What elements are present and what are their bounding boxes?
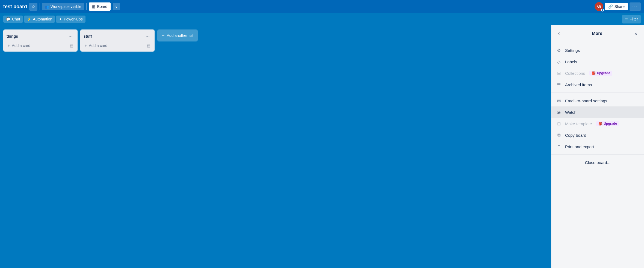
collections-item[interactable]: ⊞ Collections 🎒 Upgrade	[551, 67, 644, 79]
more-panel-header: More	[551, 25, 644, 42]
collections-upgrade-badge: 🎒 Upgrade	[589, 71, 612, 76]
chat-icon	[6, 17, 10, 21]
watch-item[interactable]: ◉ Watch	[551, 106, 644, 118]
star-icon	[31, 4, 35, 9]
sub-header: Chat Automation Power-Ups Filter	[0, 13, 644, 25]
power-ups-icon	[59, 17, 62, 21]
add-card-stuff-button[interactable]: + Add a card ▤	[82, 42, 152, 49]
copy-board-item[interactable]: ⧉ Copy board	[551, 129, 644, 141]
copy-icon: ⧉	[556, 132, 562, 138]
gear-icon: ⚙	[556, 47, 562, 53]
plus-icon: +	[8, 43, 10, 48]
add-card-things-button[interactable]: + Add a card ▤	[5, 42, 75, 49]
main: things ··· + Add a card ▤ stuff ···	[0, 25, 644, 268]
make-template-item[interactable]: ⊟ Make template 🎒 Upgrade	[551, 118, 644, 129]
settings-label: Settings	[565, 48, 580, 53]
collections-upgrade-label: Upgrade	[597, 71, 610, 75]
more-button[interactable]: ···	[630, 2, 641, 11]
board-icon	[92, 4, 96, 9]
board-label: Board	[97, 4, 107, 9]
add-card-things-label: + Add a card	[8, 43, 30, 48]
template-upgrade-bag-icon: 🎒	[598, 122, 602, 126]
header-divider-2	[86, 3, 87, 10]
make-template-label: Make template	[565, 121, 592, 126]
print-export-label: Print and export	[565, 144, 594, 149]
list-stuff-menu-button[interactable]: ···	[144, 33, 151, 40]
more-panel: More ⚙ Settings ◇ Labels ⊞	[551, 25, 644, 268]
header: test board Workspace visible Board AR 🔗 …	[0, 0, 644, 13]
watch-label: Watch	[565, 110, 577, 115]
archived-items-label: Archived items	[565, 82, 592, 87]
app: test board Workspace visible Board AR 🔗 …	[0, 0, 644, 268]
list-things: things ··· + Add a card ▤	[3, 29, 78, 52]
close-icon	[634, 31, 637, 37]
list-stuff: stuff ··· + Add a card ▤	[80, 29, 155, 52]
labels-item[interactable]: ◇ Labels	[551, 56, 644, 67]
list-things-header: things ···	[5, 32, 75, 42]
workspace-visible-label: Workspace visible	[51, 4, 81, 9]
watch-icon: ◉	[556, 109, 562, 115]
add-list-label: Add another list	[167, 33, 193, 38]
avatar: AR	[595, 2, 603, 11]
email-to-board-item[interactable]: ✉ Email-to-board settings	[551, 95, 644, 106]
panel-divider-1	[551, 93, 644, 93]
add-card-stuff-label: + Add a card	[85, 43, 107, 48]
panel-divider-2	[551, 154, 644, 155]
chat-button[interactable]: Chat	[3, 16, 23, 23]
archive-icon: ☰	[556, 82, 562, 88]
board-view-button[interactable]: Board	[89, 2, 111, 11]
list-stuff-header: stuff ···	[82, 32, 152, 42]
email-to-board-label: Email-to-board settings	[565, 99, 607, 103]
chevron-down-icon	[115, 4, 118, 9]
automation-icon	[27, 17, 31, 21]
header-right: AR 🔗 Share ···	[595, 2, 641, 11]
avatar-initials: AR	[597, 5, 601, 8]
collection-icon: ⊞	[556, 70, 562, 76]
close-board-label: Close board...	[585, 160, 610, 165]
settings-item[interactable]: ⚙ Settings	[551, 44, 644, 56]
list-things-menu-button[interactable]: ···	[67, 33, 74, 40]
email-icon: ✉	[556, 98, 562, 104]
star-button[interactable]	[29, 3, 37, 11]
filter-icon	[625, 16, 628, 22]
workspace-visible-button[interactable]: Workspace visible	[42, 3, 84, 10]
labels-label: Labels	[565, 59, 577, 64]
print-export-item[interactable]: ⇡ Print and export	[551, 141, 644, 152]
add-list-button[interactable]: + Add another list	[157, 29, 198, 41]
more-panel-close-button[interactable]	[632, 30, 640, 38]
share-icon: 🔗	[608, 4, 613, 9]
power-ups-label: Power-Ups	[64, 17, 82, 21]
filter-button[interactable]: Filter	[622, 15, 641, 23]
automation-button[interactable]: Automation	[24, 16, 55, 23]
avatar-notification	[601, 9, 604, 11]
card-template-icon-2: ▤	[147, 44, 150, 48]
print-icon: ⇡	[556, 144, 562, 150]
chat-label: Chat	[12, 17, 20, 21]
close-board-item[interactable]: Close board...	[551, 157, 644, 168]
automation-label: Automation	[33, 17, 52, 21]
chevron-left-icon	[558, 30, 560, 37]
template-upgrade-label: Upgrade	[604, 122, 617, 126]
list-things-title: things	[7, 34, 18, 38]
list-stuff-title: stuff	[84, 34, 92, 38]
board-expand-button[interactable]	[113, 3, 120, 10]
plus-icon-2: +	[85, 43, 87, 48]
share-button[interactable]: 🔗 Share	[605, 3, 628, 10]
share-label: Share	[615, 4, 625, 9]
filter-label: Filter	[630, 17, 638, 21]
upgrade-bag-icon: 🎒	[592, 71, 596, 75]
board-title: test board	[3, 4, 27, 10]
power-ups-button[interactable]: Power-Ups	[56, 16, 85, 23]
header-divider	[40, 3, 40, 10]
collections-label: Collections	[565, 71, 585, 76]
more-panel-back-button[interactable]	[556, 29, 562, 38]
tag-icon: ◇	[556, 59, 562, 65]
card-template-icon: ▤	[70, 44, 73, 48]
more-dots-icon: ···	[632, 4, 638, 10]
more-panel-title: More	[562, 31, 632, 36]
archived-items-item[interactable]: ☰ Archived items	[551, 79, 644, 90]
copy-board-label: Copy board	[565, 133, 586, 138]
more-panel-content: ⚙ Settings ◇ Labels ⊞ Collections 🎒 Upgr…	[551, 42, 644, 170]
board-area: things ··· + Add a card ▤ stuff ···	[0, 25, 551, 268]
workspace-icon	[45, 4, 49, 9]
